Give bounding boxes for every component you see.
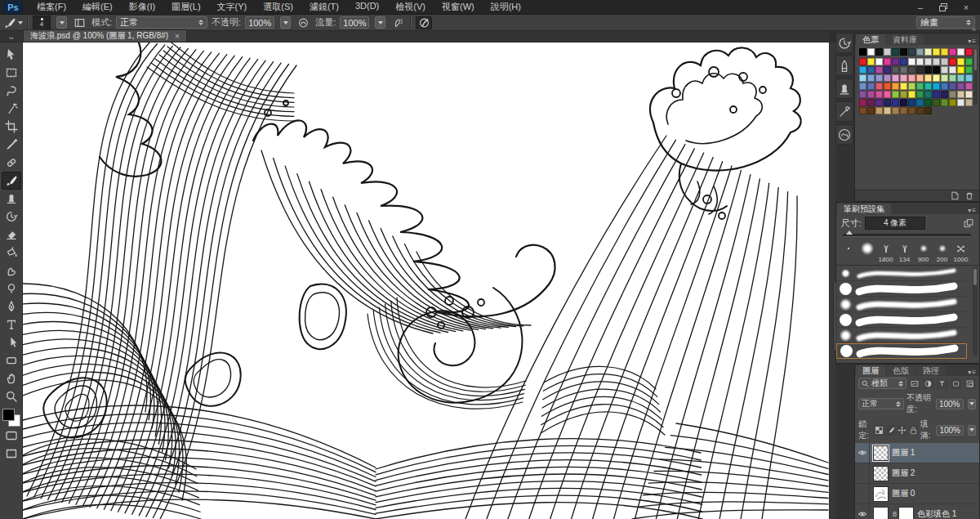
color-swatch[interactable] — [875, 66, 883, 74]
color-swatch[interactable] — [900, 83, 907, 90]
color-swatch[interactable] — [900, 74, 907, 82]
filter-pixel-layers-icon[interactable] — [909, 378, 920, 389]
color-swatch[interactable] — [949, 83, 956, 90]
color-swatch[interactable] — [859, 58, 866, 65]
zoom-tool[interactable] — [2, 387, 21, 405]
color-swatch[interactable] — [916, 74, 924, 82]
layer-mask-thumbnail[interactable] — [898, 507, 914, 519]
color-swatch[interactable] — [941, 58, 948, 65]
tab-libraries[interactable]: 資料庫 — [886, 34, 924, 45]
color-swatch[interactable] — [933, 99, 940, 106]
color-swatch[interactable] — [900, 91, 907, 98]
brush-size-slider[interactable] — [843, 234, 971, 237]
brush-preset-item[interactable] — [840, 241, 857, 263]
color-swatch[interactable] — [908, 48, 915, 56]
lock-paint-icon[interactable] — [886, 425, 895, 436]
collapse-dock-icon[interactable]: » — [972, 25, 976, 34]
crop-tool[interactable] — [2, 118, 21, 136]
color-swatch[interactable] — [965, 74, 973, 82]
flow-dropdown[interactable] — [375, 16, 385, 29]
color-swatch[interactable] — [900, 99, 907, 106]
opacity-dropdown[interactable] — [280, 16, 291, 29]
color-swatch[interactable] — [867, 58, 875, 65]
close-button[interactable]: × — [956, 2, 977, 13]
color-swatch[interactable] — [916, 91, 924, 98]
tab-close-icon[interactable]: × — [175, 32, 180, 41]
brush-stroke-preset[interactable] — [836, 328, 967, 343]
brush-preset-item[interactable]: 900 — [915, 241, 932, 263]
tool-preset-picker[interactable] — [3, 16, 23, 29]
color-swatch[interactable] — [859, 48, 866, 56]
menu-item-7[interactable]: 3D(D) — [348, 0, 386, 14]
menu-item-3[interactable]: 圖層(L) — [164, 0, 207, 14]
tablet-opacity-button[interactable] — [295, 16, 311, 29]
paint-bucket-tool[interactable] — [2, 244, 21, 262]
color-swatch[interactable] — [908, 91, 915, 98]
color-swatch[interactable] — [900, 66, 907, 74]
color-swatch[interactable] — [908, 58, 915, 65]
workspace-switcher[interactable]: 繪畫 — [916, 16, 975, 29]
lock-transparency-icon[interactable] — [875, 425, 884, 436]
foreground-color-swatch[interactable] — [2, 409, 15, 421]
color-swatch[interactable] — [924, 74, 932, 82]
color-swatch[interactable] — [965, 91, 973, 98]
layer-mask-link-icon[interactable]: 8 — [893, 510, 897, 518]
color-swatch[interactable] — [957, 74, 964, 82]
minimize-button[interactable]: – — [910, 2, 931, 13]
color-swatch[interactable] — [949, 91, 956, 98]
layer-thumbnail[interactable] — [873, 466, 889, 481]
brush-list-scrollbar[interactable] — [973, 267, 978, 356]
color-swatch[interactable] — [957, 99, 964, 106]
layer-thumbnail[interactable] — [873, 445, 889, 461]
color-swatch[interactable] — [892, 99, 899, 106]
color-swatch[interactable] — [892, 58, 899, 65]
color-swatch[interactable] — [949, 58, 956, 65]
color-swatch[interactable] — [933, 48, 940, 56]
visibility-eye-icon[interactable] — [855, 443, 870, 463]
layer-name[interactable]: 圖層 2 — [892, 468, 915, 479]
magic-wand-tool[interactable] — [2, 100, 21, 118]
color-swatch[interactable] — [867, 91, 875, 98]
color-swatch[interactable] — [875, 58, 883, 65]
color-swatch[interactable] — [884, 91, 891, 98]
color-swatch[interactable] — [900, 107, 907, 114]
slider-handle[interactable] — [846, 230, 853, 235]
airbrush-button[interactable] — [390, 16, 406, 29]
color-swatch[interactable] — [924, 91, 932, 98]
color-swatch[interactable] — [949, 99, 956, 106]
color-swatch[interactable] — [933, 91, 940, 98]
brush-stroke-preset[interactable] — [836, 281, 967, 297]
tab-layers[interactable]: 圖層 — [856, 365, 885, 376]
menu-item-6[interactable]: 濾鏡(T) — [302, 0, 346, 14]
filter-smart-objects-icon[interactable] — [964, 378, 976, 389]
color-swatch[interactable] — [867, 48, 875, 56]
restore-sample-size-icon[interactable] — [963, 218, 974, 229]
toggle-brush-panel-button[interactable] — [71, 16, 87, 29]
opacity-value[interactable]: 100% — [245, 16, 274, 29]
layer-thumbnail[interactable] — [873, 486, 889, 502]
color-swatch[interactable] — [867, 99, 875, 106]
color-swatch[interactable] — [884, 66, 891, 74]
color-swatch[interactable] — [875, 99, 883, 106]
tab-brush-presets[interactable]: 筆刷預設集 — [837, 204, 891, 214]
history-brush-tool[interactable] — [2, 208, 21, 226]
filter-adjustment-layers-icon[interactable] — [923, 378, 934, 389]
brush-size-preview[interactable]: 4 — [33, 16, 51, 30]
menu-item-0[interactable]: 檔案(F) — [29, 0, 74, 14]
layer-name[interactable]: 色彩填色 1 — [917, 508, 956, 519]
layer-opacity-value[interactable]: 100% — [936, 399, 964, 409]
layer-name[interactable]: 圖層 1 — [892, 447, 915, 459]
layer-row[interactable]: 圖層 2 — [855, 463, 979, 484]
color-swatch[interactable] — [916, 107, 924, 114]
color-swatch[interactable] — [949, 74, 956, 82]
color-swatch[interactable] — [924, 48, 932, 56]
restore-button[interactable] — [933, 2, 954, 13]
color-swatch[interactable] — [875, 74, 883, 82]
color-swatch[interactable] — [924, 107, 932, 114]
fill-layer-thumbnail[interactable] — [873, 507, 889, 519]
layer-row[interactable]: 圖層 1 — [855, 443, 979, 463]
color-swatch[interactable] — [916, 99, 924, 106]
color-swatch[interactable] — [916, 48, 924, 56]
color-swatch[interactable] — [859, 91, 866, 98]
color-swatch[interactable] — [965, 99, 973, 106]
